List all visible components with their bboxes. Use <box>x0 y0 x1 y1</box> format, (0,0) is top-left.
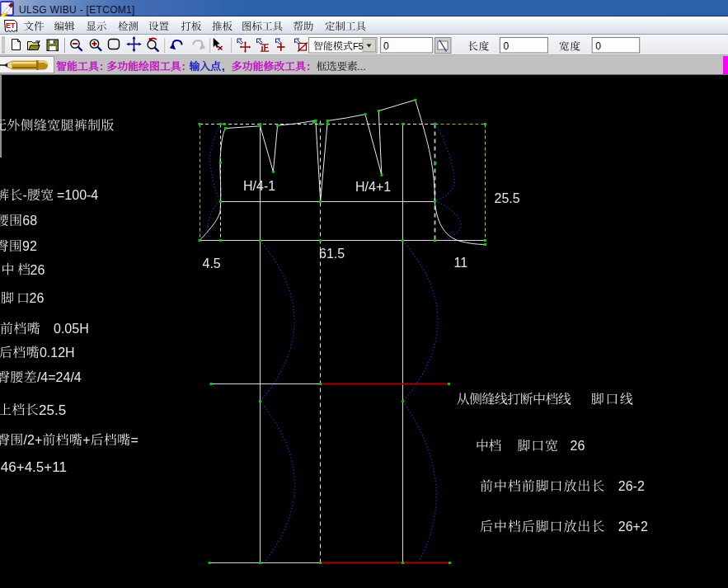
svg-text:,: , <box>222 60 225 73</box>
svg-text:...: ... <box>357 60 366 73</box>
svg-text:0.05H: 0.05H <box>54 322 89 336</box>
svg-text:25.5: 25.5 <box>495 191 520 205</box>
svg-text:25.5: 25.5 <box>39 402 66 418</box>
svg-text:11: 11 <box>454 256 468 270</box>
svg-text:26: 26 <box>31 263 45 277</box>
svg-text:0.12H: 0.12H <box>40 346 75 360</box>
svg-text:4.5: 4.5 <box>203 256 221 270</box>
svg-text:26-2: 26-2 <box>618 479 645 493</box>
svg-text:H/4-1: H/4-1 <box>243 179 275 193</box>
svg-text:46+4.5+11: 46+4.5+11 <box>1 459 67 475</box>
svg-text:92: 92 <box>22 239 37 253</box>
svg-text:61.5: 61.5 <box>319 247 345 261</box>
svg-text::: : <box>100 60 103 73</box>
svg-text:-: - <box>23 188 27 202</box>
svg-text:26: 26 <box>30 291 45 305</box>
svg-text:/4=24/4: /4=24/4 <box>37 370 82 384</box>
svg-text:=100-4: =100-4 <box>57 188 98 202</box>
svg-text:/2+: /2+ <box>24 433 43 447</box>
svg-text:+: + <box>82 433 90 447</box>
svg-text:26+2: 26+2 <box>618 520 648 534</box>
svg-text:26: 26 <box>571 439 585 453</box>
svg-text:F5: F5 <box>353 41 364 51</box>
svg-text::: : <box>307 60 310 73</box>
svg-text:=: = <box>130 433 138 447</box>
svg-text:68: 68 <box>22 214 37 228</box>
svg-text::: : <box>182 60 186 73</box>
svg-text:H/4+1: H/4+1 <box>355 180 391 194</box>
